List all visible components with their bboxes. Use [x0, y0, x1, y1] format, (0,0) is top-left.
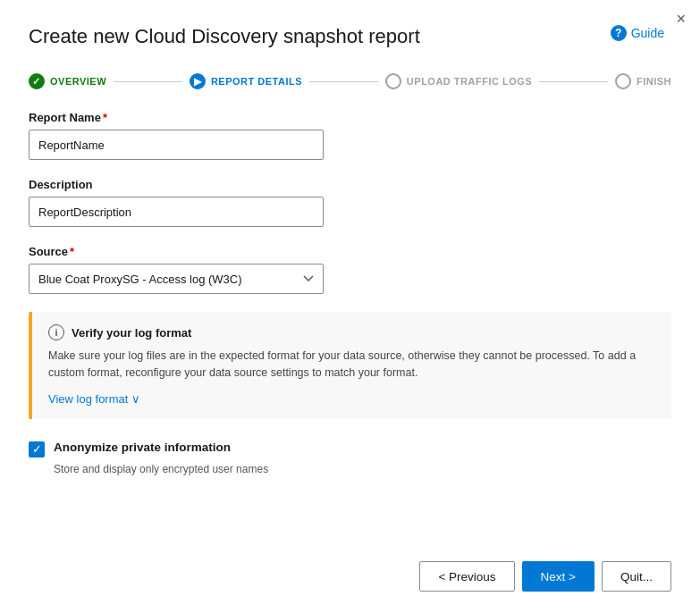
view-log-format-link[interactable]: View log format ∨	[48, 392, 140, 406]
previous-button[interactable]: < Previous	[419, 561, 514, 592]
dialog-title: Create new Cloud Discovery snapshot repo…	[0, 0, 700, 48]
step-report-details: ▶ REPORT DETAILS	[190, 73, 302, 89]
next-button[interactable]: Next >	[522, 561, 595, 592]
stepper: ✓ OVERVIEW ▶ REPORT DETAILS UPLOAD TRAFF…	[0, 55, 700, 89]
step-finish-icon	[615, 73, 631, 89]
step-finish-label: FINISH	[637, 76, 671, 87]
view-log-chevron-icon: ∨	[131, 392, 140, 406]
guide-link[interactable]: ? Guide	[611, 25, 664, 41]
step-upload-traffic-logs: UPLOAD TRAFFIC LOGS	[385, 73, 532, 89]
form-body: Report Name* Description Source* Blue Co…	[0, 89, 700, 543]
step-upload-label: UPLOAD TRAFFIC LOGS	[407, 76, 532, 87]
quit-button[interactable]: Quit...	[602, 561, 671, 592]
step-report-details-label: REPORT DETAILS	[211, 76, 302, 87]
dialog-footer: < Previous Next > Quit...	[0, 543, 700, 613]
step-overview-label: OVERVIEW	[50, 76, 106, 87]
anonymize-label: Anonymize private information	[54, 441, 231, 454]
warning-text: Make sure your log files are in the expe…	[48, 348, 655, 382]
warning-box: i Verify your log format Make sure your …	[29, 312, 671, 419]
step-line-1	[114, 81, 182, 82]
step-report-details-icon: ▶	[190, 73, 206, 89]
report-name-input[interactable]	[29, 130, 324, 160]
view-log-label: View log format	[48, 392, 128, 406]
description-label: Description	[29, 178, 671, 191]
step-line-2	[309, 81, 378, 82]
description-group: Description	[29, 178, 671, 227]
anonymize-checkbox-row: ✓ Anonymize private information	[29, 441, 671, 458]
step-finish: FINISH	[615, 73, 671, 89]
source-select[interactable]: Blue Coat ProxySG - Access log (W3C) Cis…	[29, 264, 324, 294]
report-name-group: Report Name*	[29, 111, 671, 160]
step-overview-icon: ✓	[29, 73, 45, 89]
report-name-required: *	[103, 111, 107, 124]
report-name-label: Report Name*	[29, 111, 671, 124]
warning-info-icon: i	[48, 324, 64, 340]
source-label: Source*	[29, 245, 671, 258]
guide-label: Guide	[631, 26, 664, 40]
anonymize-sub-label: Store and display only encrypted user na…	[54, 463, 671, 475]
guide-icon: ?	[611, 25, 627, 41]
warning-header: i Verify your log format	[48, 324, 655, 340]
description-input[interactable]	[29, 197, 324, 227]
warning-title: Verify your log format	[72, 326, 191, 340]
anonymize-section: ✓ Anonymize private information Store an…	[29, 441, 671, 475]
checkmark-icon: ✓	[32, 443, 42, 455]
source-required: *	[70, 245, 74, 258]
source-group: Source* Blue Coat ProxySG - Access log (…	[29, 245, 671, 294]
step-upload-icon	[385, 73, 401, 89]
anonymize-checkbox[interactable]: ✓	[29, 441, 45, 458]
close-button[interactable]: ×	[676, 11, 686, 27]
step-line-3	[539, 81, 608, 82]
dialog: × Create new Cloud Discovery snapshot re…	[0, 0, 700, 613]
step-overview: ✓ OVERVIEW	[29, 73, 106, 89]
